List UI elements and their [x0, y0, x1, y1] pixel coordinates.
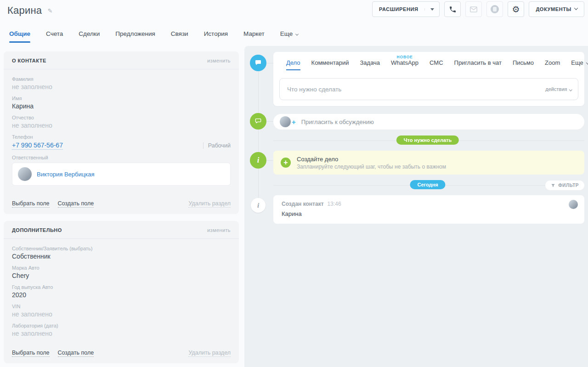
- feed-tab-invite-chat[interactable]: Пригласить в чат: [454, 59, 502, 70]
- extensions-dropdown-arrow[interactable]: [424, 8, 439, 11]
- edit-pencil-icon[interactable]: ✎: [47, 7, 52, 14]
- gear-icon: ⚙: [512, 5, 520, 14]
- field-phone: Телефон +7 990 567-56-67 Рабочий: [12, 134, 231, 150]
- field-value: Chery: [12, 272, 231, 279]
- documents-button[interactable]: ДОКУМЕНТЫ: [529, 1, 584, 17]
- caret-down-icon: [430, 8, 434, 11]
- tab-label: Еще: [280, 30, 293, 37]
- actions-dropdown[interactable]: действия: [545, 86, 571, 92]
- choose-field-link[interactable]: Выбрать поле: [12, 200, 50, 208]
- tab-general[interactable]: Общие: [9, 30, 30, 43]
- tab-relations[interactable]: Связи: [171, 30, 188, 43]
- page-title: Карина ✎: [7, 5, 53, 17]
- feed-tab-task[interactable]: Задача: [360, 59, 380, 70]
- tab-label: Маркет: [243, 30, 265, 37]
- feed-tab-label: WhatsApp: [391, 59, 418, 66]
- field-car-brand[interactable]: Марка Авто Chery: [12, 265, 231, 279]
- tab-label: Связи: [171, 30, 188, 37]
- discussion-marker: [250, 113, 266, 130]
- feed-tab-zoom[interactable]: Zoom: [545, 59, 560, 70]
- field-label: Ответственный: [12, 155, 231, 160]
- call-button[interactable]: [444, 1, 461, 17]
- additional-info-section: ДОПОЛНИТЕЛЬНО изменить Собственник/Заяви…: [4, 221, 239, 363]
- tab-label: Счета: [46, 30, 63, 37]
- feed-tab-todo[interactable]: Дело: [286, 59, 300, 70]
- extensions-button[interactable]: РАСШИРЕНИЯ: [372, 1, 440, 17]
- field-value: Собственник: [12, 253, 231, 260]
- tab-market[interactable]: Маркет: [243, 30, 265, 43]
- field-owner-type[interactable]: Собственник/Заявитель (выбрать) Собствен…: [12, 246, 231, 260]
- create-field-link[interactable]: Создать поле: [58, 350, 94, 357]
- tab-deals[interactable]: Сделки: [79, 30, 100, 43]
- add-task-button[interactable]: +: [281, 158, 291, 168]
- contact-info-section: О КОНТАКТЕ изменить Фамилия не заполнено…: [4, 51, 239, 214]
- feed-tab-more[interactable]: Еще: [571, 59, 588, 70]
- one-c-icon: [491, 5, 499, 13]
- responsible-user-card[interactable]: Виктория Вербицкая: [12, 163, 231, 186]
- feed-tab-email[interactable]: Письмо: [513, 59, 534, 70]
- plus-icon: +: [292, 118, 296, 126]
- field-label: Телефон: [12, 134, 231, 140]
- feed-tab-comment[interactable]: Комментарий: [311, 59, 349, 70]
- choose-field-link[interactable]: Выбрать поле: [12, 350, 50, 357]
- contact-name-title: Карина: [7, 5, 42, 16]
- feed-tab-sms[interactable]: СМС: [430, 59, 443, 70]
- tab-more[interactable]: Еще: [280, 30, 298, 43]
- one-c-button[interactable]: [486, 1, 503, 17]
- field-value: Карина: [12, 102, 231, 110]
- feed-tab-label: Пригласить в чат: [454, 59, 502, 66]
- settings-button[interactable]: ⚙: [508, 1, 524, 17]
- field-lab-date[interactable]: Лаборатория (дата) не заполнено: [12, 323, 231, 337]
- todo-separator-badge: Что нужно сделать: [396, 136, 459, 145]
- feed-tab-whatsapp[interactable]: НОВОЕ WhatsApp: [391, 59, 418, 70]
- tab-history[interactable]: История: [204, 30, 228, 43]
- section-title: О КОНТАКТЕ: [12, 58, 46, 63]
- phone-type-label[interactable]: Рабочий: [203, 142, 231, 149]
- composer-card: Дело Комментарий Задача НОВОЕ WhatsApp С…: [273, 52, 584, 106]
- section-title: ДОПОЛНИТЕЛЬНО: [12, 227, 62, 233]
- field-car-year[interactable]: Год выпуска Авто 2020: [12, 284, 231, 299]
- field-label: VIN: [12, 304, 231, 309]
- create-field-link[interactable]: Создать поле: [58, 200, 94, 208]
- field-value: не заполнено: [12, 122, 231, 129]
- tab-invoices[interactable]: Счета: [46, 30, 63, 43]
- avatar: [569, 200, 578, 209]
- avatar: [280, 116, 291, 127]
- field-firstname[interactable]: Имя Карина: [12, 96, 231, 110]
- plus-icon: +: [283, 158, 288, 167]
- hint-subtitle: Запланируйте следующий шаг, чтобы не заб…: [297, 164, 446, 170]
- todo-composer: действия: [279, 78, 578, 100]
- note-marker: [250, 55, 266, 71]
- delete-section-link[interactable]: Удалить раздел: [188, 350, 231, 357]
- timeline-event-card[interactable]: Создан контакт 13:46 Карина: [273, 195, 584, 224]
- extensions-label: РАСШИРЕНИЯ: [373, 6, 424, 12]
- filter-button[interactable]: ФИЛЬТР: [545, 181, 584, 190]
- info-icon: i: [257, 202, 259, 209]
- chevron-down-icon: [295, 33, 299, 36]
- today-separator-badge: Сегодня: [410, 180, 445, 189]
- edit-section-link[interactable]: изменить: [207, 58, 231, 63]
- filter-label: ФИЛЬТР: [558, 183, 579, 188]
- field-responsible: Ответственный Виктория Вербицкая: [12, 155, 231, 186]
- field-vin[interactable]: VIN не заполнено: [12, 304, 231, 318]
- feed-tab-label: Zoom: [545, 59, 560, 66]
- event-title: Создан контакт: [282, 201, 324, 207]
- timeline-connector: [266, 160, 273, 161]
- field-label: Год выпуска Авто: [12, 284, 231, 290]
- feed-tab-label: Еще: [571, 59, 583, 66]
- todo-input[interactable]: [287, 86, 545, 93]
- invite-discussion-bar[interactable]: + Пригласить к обсуждению: [273, 114, 584, 130]
- mail-button[interactable]: [465, 1, 482, 17]
- phone-number-link[interactable]: +7 990 567-56-67: [12, 141, 63, 150]
- delete-section-link[interactable]: Удалить раздел: [188, 200, 231, 208]
- hint-marker: i: [250, 152, 266, 169]
- edit-section-link[interactable]: изменить: [207, 227, 231, 233]
- field-value: 2020: [12, 291, 231, 299]
- field-lastname[interactable]: Фамилия не заполнено: [12, 76, 231, 90]
- timeline-connector: [266, 121, 273, 122]
- mail-icon: [470, 6, 477, 12]
- info-icon: i: [257, 156, 260, 165]
- field-middlename[interactable]: Отчество не заполнено: [12, 115, 231, 129]
- tab-proposals[interactable]: Предложения: [115, 30, 155, 43]
- chat-bubble-icon: [254, 59, 262, 67]
